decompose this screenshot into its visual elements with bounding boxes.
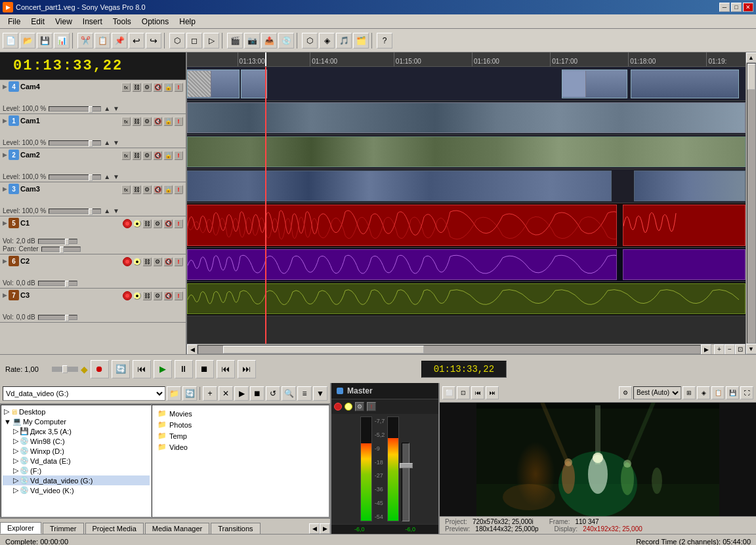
c1-chain-btn[interactable]: ⛓: [142, 219, 152, 228]
fx-button[interactable]: ◈: [319, 33, 335, 49]
video-clip-cam4-3[interactable]: [562, 70, 627, 98]
edit-select[interactable]: ▷: [203, 33, 219, 49]
tree-item-a[interactable]: ▷ 💾 Диск 3,5 (A:): [3, 426, 150, 436]
envelope-button[interactable]: ◻: [186, 33, 202, 49]
cam4-mute-btn[interactable]: 🔇: [153, 83, 162, 92]
preview-grid-btn[interactable]: ⊞: [682, 386, 696, 399]
tree-item-k[interactable]: ▷ 💿 Vd_video (K:): [3, 485, 150, 495]
tab-media-manager[interactable]: Media Manager: [145, 523, 209, 534]
cam2-more-btn[interactable]: !: [174, 151, 183, 160]
titlebar-buttons[interactable]: ─ □ ✕: [719, 3, 753, 12]
close-button[interactable]: ✕: [743, 3, 753, 12]
tab-explorer[interactable]: Explorer: [0, 522, 41, 534]
tree-item-mycomputer[interactable]: ▼ 💻 My Computer: [3, 416, 150, 426]
render-button[interactable]: 🎬: [227, 33, 243, 49]
v-scrollbar[interactable]: ▲ ▼: [746, 52, 756, 354]
explorer-add-btn[interactable]: +: [203, 386, 217, 401]
c2-solo-btn[interactable]: 🔇: [163, 257, 173, 266]
video-clip-cam4-4[interactable]: [631, 70, 739, 98]
explorer-list-btn[interactable]: ≡: [297, 386, 312, 401]
cam1-mute-btn[interactable]: 🔇: [153, 117, 162, 126]
level-slider-cam2[interactable]: [49, 174, 101, 180]
c2-clip-right[interactable]: [623, 249, 746, 280]
preview-prev-frame-btn[interactable]: ⏮: [471, 386, 484, 399]
export-button[interactable]: 📤: [261, 33, 277, 49]
h-scrollbar[interactable]: ◀ ▶ + − ⊡: [187, 344, 746, 354]
transport-pause-btn[interactable]: ⏸: [175, 360, 193, 378]
cut-button[interactable]: ✂️: [77, 33, 93, 49]
expand-c2[interactable]: ▶: [3, 258, 7, 264]
menu-insert[interactable]: Insert: [77, 16, 108, 28]
level-slider-cam4[interactable]: [49, 106, 101, 111]
scroll-right-btn[interactable]: ▶: [701, 344, 711, 355]
cam3-lock-btn[interactable]: 🔒: [163, 185, 173, 194]
explorer-play-btn[interactable]: ▶: [234, 386, 249, 401]
master-fader-thumb[interactable]: [400, 463, 413, 468]
preview-quality-select[interactable]: Best (Auto) Draft Preview Good Best: [633, 386, 681, 399]
menu-file[interactable]: File: [3, 16, 26, 28]
c3-chain-btn[interactable]: ⛓: [142, 291, 152, 300]
cam2-lock-btn[interactable]: 🔒: [163, 151, 173, 160]
cam3-fx-btn[interactable]: fx: [121, 185, 131, 194]
cam2-clip-main[interactable]: [187, 136, 746, 167]
scroll-left-btn[interactable]: ◀: [187, 344, 198, 355]
c3-solo-btn[interactable]: 🔇: [163, 291, 173, 300]
c1-clip[interactable]: [187, 205, 617, 246]
help-tb-button[interactable]: ?: [377, 33, 392, 49]
pan-slider-c1[interactable]: [41, 247, 81, 252]
preview-channels-btn[interactable]: ◈: [697, 386, 710, 399]
zoom-minus-btn[interactable]: −: [724, 344, 735, 355]
file-video[interactable]: 📁 Video: [155, 441, 326, 453]
mixer-settings-btn[interactable]: ⚙: [355, 402, 364, 411]
tab-transitions[interactable]: Transitions: [211, 523, 260, 534]
tab-prev-btn[interactable]: ◀: [309, 523, 320, 534]
c1-clip-right[interactable]: [623, 205, 746, 246]
video-clip-cam4-2[interactable]: [241, 70, 267, 98]
video-track-cam4[interactable]: [187, 67, 746, 101]
c3-more-btn[interactable]: !: [174, 291, 183, 300]
audio-track-c1[interactable]: [187, 203, 746, 248]
timeline-ruler[interactable]: 01:13:00 01:14:00 01:15:00 01:16:00 01:1…: [187, 52, 746, 67]
cam4-fx-btn[interactable]: fx: [121, 83, 131, 92]
video-clip-cam4-1[interactable]: [187, 70, 240, 98]
capture-button[interactable]: 📷: [244, 33, 260, 49]
undo-button[interactable]: ↩: [129, 33, 144, 49]
cam3-mute-btn[interactable]: 🔇: [153, 185, 162, 194]
c3-settings-btn[interactable]: ⚙: [153, 291, 162, 300]
tree-item-g[interactable]: ▷ 💿 Vd_data_video (G:): [3, 475, 150, 485]
media-button[interactable]: 🎵: [336, 33, 352, 49]
menu-options[interactable]: Options: [136, 16, 174, 28]
audio-track-c2[interactable]: [187, 248, 746, 282]
tracks-area[interactable]: [187, 67, 746, 344]
save-button[interactable]: 💾: [37, 33, 52, 49]
explorer-refresh-btn[interactable]: 🔄: [182, 386, 197, 401]
cam1-chain-btn[interactable]: ⛓: [132, 117, 141, 126]
c2-more-btn[interactable]: !: [174, 257, 183, 266]
level-slider-cam1[interactable]: [49, 140, 101, 146]
cam1-fx-btn[interactable]: fx: [121, 117, 131, 126]
explorer-loop-btn[interactable]: ↺: [266, 386, 280, 401]
menu-edit[interactable]: Edit: [26, 16, 50, 28]
tree-item-d[interactable]: ▷ 💿 Winxp (D:): [3, 446, 150, 456]
cam2-fx-btn[interactable]: fx: [121, 151, 131, 160]
transport-loop-btn[interactable]: 🔄: [112, 360, 130, 378]
v-scroll-down-btn[interactable]: ▼: [746, 344, 757, 354]
video-track-cam2[interactable]: [187, 135, 746, 169]
transport-play-btn[interactable]: ▶: [154, 360, 172, 378]
menu-tools[interactable]: Tools: [108, 16, 136, 28]
explorer-browse-btn[interactable]: 📁: [167, 386, 181, 401]
menu-help[interactable]: Help: [174, 16, 201, 28]
video-track-cam3[interactable]: [187, 169, 746, 203]
cam3-up-arrow[interactable]: ▲: [104, 207, 110, 214]
tree-item-f[interactable]: ▷ 💿 (F:): [3, 466, 150, 475]
expand-cam2[interactable]: ▶: [3, 151, 7, 158]
preview-zoom-btn[interactable]: ⊡: [457, 386, 470, 399]
cam4-up-arrow[interactable]: ▲: [104, 105, 110, 112]
cam2-settings-btn[interactable]: ⚙: [142, 151, 152, 160]
expand-cam4[interactable]: ▶: [3, 83, 7, 90]
tree-item-e[interactable]: ▷ 💿 Vd_data (E:): [3, 456, 150, 466]
explorer-options-btn[interactable]: ▼: [313, 386, 327, 401]
explorer-stop-btn[interactable]: ⏹: [250, 386, 264, 401]
v-scroll-thumb[interactable]: [747, 64, 755, 90]
rate-diamond[interactable]: ◆: [81, 364, 88, 374]
